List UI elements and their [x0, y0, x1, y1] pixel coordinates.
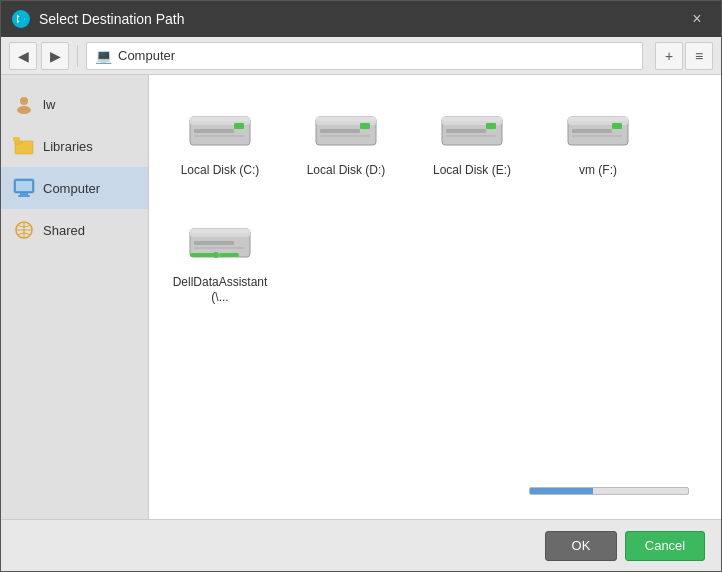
- sidebar-item-lw[interactable]: lw: [1, 83, 148, 125]
- location-bar: 💻 Computer: [86, 42, 643, 70]
- disk-e-label: Local Disk (E:): [433, 163, 511, 179]
- dialog-title: Select Destination Path: [39, 11, 683, 27]
- progress-bar: [529, 487, 689, 495]
- svg-rect-30: [446, 135, 496, 137]
- file-item-c[interactable]: Local Disk (C:): [165, 91, 275, 187]
- disk-f-icon: [562, 99, 634, 159]
- svg-rect-23: [320, 129, 360, 133]
- svg-rect-41: [194, 247, 244, 249]
- svg-rect-39: [190, 229, 250, 233]
- file-grid: Local Disk (C:) Local Dis: [165, 91, 705, 314]
- progress-bar-fill: [530, 488, 593, 494]
- toolbar-separator: [77, 45, 78, 67]
- svg-rect-21: [316, 117, 376, 121]
- disk-c-icon: [184, 99, 256, 159]
- main-area: lw Libraries: [1, 75, 721, 519]
- svg-rect-9: [16, 181, 32, 191]
- svg-rect-36: [572, 135, 622, 137]
- svg-rect-35: [572, 129, 612, 133]
- svg-rect-28: [486, 123, 496, 129]
- forward-button[interactable]: ▶: [41, 42, 69, 70]
- progress-area: [165, 487, 705, 503]
- svg-rect-44: [219, 253, 239, 257]
- sidebar-item-libraries[interactable]: Libraries: [1, 125, 148, 167]
- sidebar-label-libraries: Libraries: [43, 139, 93, 154]
- disk-c-label: Local Disk (C:): [181, 163, 260, 179]
- title-bar: Select Destination Path ×: [1, 1, 721, 37]
- disk-d-label: Local Disk (D:): [307, 163, 386, 179]
- libraries-icon: [13, 135, 35, 157]
- ok-button[interactable]: OK: [545, 531, 617, 561]
- svg-rect-17: [194, 129, 234, 133]
- svg-rect-15: [190, 117, 250, 121]
- disk-f-label: vm (F:): [579, 163, 617, 179]
- sidebar-label-computer: Computer: [43, 181, 100, 196]
- sidebar-label-shared: Shared: [43, 223, 85, 238]
- svg-point-4: [17, 106, 31, 114]
- svg-rect-27: [442, 117, 502, 121]
- svg-rect-11: [18, 195, 30, 197]
- sidebar-item-computer[interactable]: Computer: [1, 167, 148, 209]
- svg-point-3: [20, 97, 28, 105]
- dell-label: DellDataAssistant (\...: [169, 275, 271, 306]
- svg-rect-16: [234, 123, 244, 129]
- sidebar-label-lw: lw: [43, 97, 55, 112]
- svg-rect-40: [194, 241, 234, 245]
- new-folder-button[interactable]: +: [655, 42, 683, 70]
- cancel-button[interactable]: Cancel: [625, 531, 705, 561]
- location-text: Computer: [118, 48, 175, 63]
- toolbar-right-buttons: + ≡: [655, 42, 713, 70]
- file-item-f[interactable]: vm (F:): [543, 91, 653, 187]
- disk-d-icon: [310, 99, 382, 159]
- location-computer-icon: 💻: [95, 48, 112, 64]
- sidebar: lw Libraries: [1, 75, 149, 519]
- svg-rect-29: [446, 129, 486, 133]
- svg-rect-34: [612, 123, 622, 129]
- dialog: Select Destination Path × ◀ ▶ 💻 Computer…: [0, 0, 722, 572]
- network-drive-icon: [184, 211, 256, 271]
- close-button[interactable]: ×: [683, 5, 711, 33]
- svg-rect-18: [194, 135, 244, 137]
- file-item-dell[interactable]: DellDataAssistant (\...: [165, 203, 275, 314]
- computer-icon: [13, 177, 35, 199]
- sidebar-item-shared[interactable]: Shared: [1, 209, 148, 251]
- toolbar: ◀ ▶ 💻 Computer + ≡: [1, 37, 721, 75]
- shared-icon: [13, 219, 35, 241]
- svg-point-2: [18, 16, 24, 22]
- disk-e-icon: [436, 99, 508, 159]
- svg-rect-33: [568, 117, 628, 121]
- svg-rect-10: [20, 193, 28, 195]
- view-toggle-button[interactable]: ≡: [685, 42, 713, 70]
- file-area: Local Disk (C:) Local Dis: [149, 75, 721, 519]
- svg-point-43: [213, 252, 219, 258]
- user-icon: [13, 93, 35, 115]
- footer: OK Cancel: [1, 519, 721, 571]
- app-icon: [11, 9, 31, 29]
- file-item-e[interactable]: Local Disk (E:): [417, 91, 527, 187]
- svg-rect-24: [320, 135, 370, 137]
- back-button[interactable]: ◀: [9, 42, 37, 70]
- svg-rect-22: [360, 123, 370, 129]
- svg-rect-6: [15, 141, 22, 144]
- svg-rect-7: [13, 137, 20, 141]
- file-item-d[interactable]: Local Disk (D:): [291, 91, 401, 187]
- svg-rect-42: [190, 253, 215, 257]
